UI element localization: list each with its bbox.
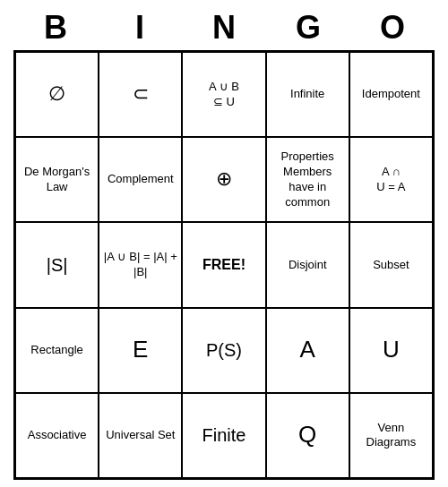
cell-r2-c4: Subset (349, 222, 433, 307)
bingo-header: BINGO (13, 7, 435, 48)
cell-r4-c3: Q (266, 393, 349, 478)
cell-r3-c1: E (99, 308, 182, 393)
cell-r2-c1: |A ∪ B| = |A| + |B| (99, 222, 182, 307)
cell-r3-c0: Rectangle (15, 308, 99, 393)
cell-r4-c1: Universal Set (99, 393, 182, 478)
header-letter: I (98, 7, 182, 48)
cell-r0-c0: ∅ (15, 52, 99, 137)
cell-r2-c2: FREE! (182, 222, 265, 307)
header-letter: O (350, 7, 435, 48)
cell-r0-c1: ⊂ (99, 52, 182, 137)
cell-r3-c2: P(S) (182, 308, 265, 393)
cell-r1-c0: De Morgan's Law (15, 137, 99, 222)
cell-r2-c0: |S| (15, 222, 99, 307)
cell-r1-c2: ⊕ (182, 137, 265, 222)
cell-r1-c4: A ∩U = A (349, 137, 433, 222)
cell-r4-c2: Finite (182, 393, 265, 478)
cell-r1-c1: Complement (99, 137, 182, 222)
header-letter: B (13, 7, 98, 48)
cell-r0-c2: A ∪ B⊆ U (182, 52, 265, 137)
header-letter: N (182, 7, 266, 48)
cell-r1-c3: Properties Members have in common (266, 137, 349, 222)
cell-r0-c4: Idempotent (349, 52, 433, 137)
cell-r3-c3: A (266, 308, 349, 393)
cell-r0-c3: Infinite (266, 52, 349, 137)
bingo-grid: ∅⊂A ∪ B⊆ UInfiniteIdempotentDe Morgan's … (13, 50, 435, 480)
header-letter: G (266, 7, 350, 48)
cell-r2-c3: Disjoint (266, 222, 349, 307)
cell-r4-c0: Associative (15, 393, 99, 478)
cell-r3-c4: U (349, 308, 433, 393)
cell-r4-c4: Venn Diagrams (349, 393, 433, 478)
